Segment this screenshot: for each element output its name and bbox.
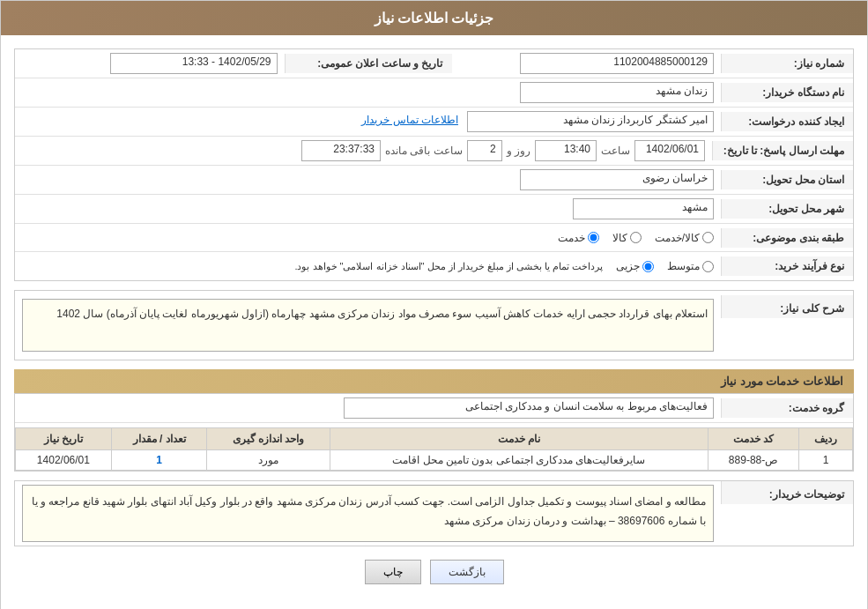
button-row: بازگشت چاپ bbox=[14, 560, 854, 584]
send-remaining-field: 23:37:33 bbox=[301, 140, 381, 161]
buyer-org-value: زندان مشهد bbox=[15, 78, 721, 107]
send-date-label: مهلت ارسال پاسخ: تا تاریخ: bbox=[712, 141, 853, 160]
process-row: متوسط جزیی پرداخت تمام یا بخشی از مبلغ خ… bbox=[15, 256, 721, 276]
send-remaining-label: ساعت باقی مانده bbox=[385, 145, 463, 157]
send-time-label: ساعت bbox=[601, 145, 630, 157]
cell-qty: 1 bbox=[111, 450, 207, 471]
service-group-field: فعالیت‌های مربوط به سلامت انسان و مددکار… bbox=[344, 397, 714, 419]
city-field: مشهد bbox=[573, 198, 714, 219]
back-button[interactable]: بازگشت bbox=[430, 560, 504, 584]
cell-name: سایرفعالیت‌های مددکاری اجتماعی بدون تامی… bbox=[330, 450, 708, 471]
page-title: جزئیات اطلاعات نیاز bbox=[375, 11, 494, 26]
cell-code: ص-88-889 bbox=[708, 450, 799, 471]
creator-label: ایجاد کننده درخواست: bbox=[721, 112, 853, 131]
announce-date-field: 1402/05/29 - 13:33 bbox=[110, 53, 278, 74]
radio-goods-label: کالا bbox=[612, 232, 627, 244]
description-label: شرح کلی نیاز: bbox=[721, 295, 853, 318]
category-radios: کالا/خدمت کالا خدمت bbox=[15, 228, 721, 248]
send-days-label: روز و bbox=[507, 145, 530, 157]
province-field: خراسان رضوی bbox=[520, 169, 714, 190]
radio-goods-item: کالا bbox=[612, 232, 642, 244]
services-table: ردیف کد خدمت نام خدمت واحد اندازه گیری ت… bbox=[15, 427, 853, 471]
service-info-title: اطلاعات خدمات مورد نیاز bbox=[14, 369, 854, 393]
order-number-value: 1102004885000129 bbox=[452, 49, 722, 78]
radio-service[interactable] bbox=[588, 232, 599, 243]
radio-goods-service-item: کالا/خدمت bbox=[655, 232, 714, 244]
radio-goods-service[interactable] bbox=[702, 232, 714, 243]
process-note: پرداخت تمام یا بخشی از مبلغ خریدار از مح… bbox=[294, 261, 603, 272]
print-button[interactable]: چاپ bbox=[365, 560, 421, 584]
page-header: جزئیات اطلاعات نیاز bbox=[1, 1, 867, 35]
cell-unit: مورد bbox=[207, 450, 330, 471]
radio-service-item: خدمت bbox=[558, 232, 599, 244]
radio-partial-item: جزیی bbox=[616, 260, 654, 272]
process-label: نوع فرآیند خرید: bbox=[721, 256, 853, 276]
col-date: تاریخ نیاز bbox=[16, 428, 112, 450]
service-group-value: فعالیت‌های مربوط به سلامت انسان و مددکار… bbox=[15, 394, 721, 422]
announce-date-label: تاریخ و ساعت اعلان عمومی: bbox=[285, 54, 452, 73]
buyer-org-field: زندان مشهد bbox=[520, 82, 714, 103]
city-label: شهر محل تحویل: bbox=[721, 199, 853, 219]
col-unit: واحد اندازه گیری bbox=[207, 428, 330, 450]
col-name: نام خدمت bbox=[330, 428, 708, 450]
description-text: استعلام بهای قرارداد حجمی ارایه خدمات کا… bbox=[56, 308, 708, 320]
creator-contact-link[interactable]: اطلاعات تماس خریدار bbox=[361, 114, 458, 126]
send-days-field: 2 bbox=[467, 140, 502, 161]
send-date-field: 1402/06/01 bbox=[634, 140, 705, 161]
radio-medium-label: متوسط bbox=[667, 260, 700, 272]
buyer-org-label: نام دستگاه خریدار: bbox=[721, 83, 853, 102]
radio-medium[interactable] bbox=[702, 261, 714, 272]
col-code: کد خدمت bbox=[708, 428, 799, 450]
order-number-label: شماره نیاز: bbox=[721, 54, 853, 73]
description-value: استعلام بهای قرارداد حجمی ارایه خدمات کا… bbox=[15, 295, 721, 355]
send-date-row: 1402/06/01 ساعت 13:40 روز و 2 ساعت باقی … bbox=[15, 137, 712, 165]
creator-field: امیر کشتگر کاربرداز زندان مشهد bbox=[467, 111, 714, 132]
announce-date-value: 1402/05/29 - 13:33 bbox=[15, 49, 285, 78]
radio-goods[interactable] bbox=[630, 232, 642, 243]
buyer-notes-text: مطالعه و امضای اسناد پیوست و تکمیل جداول… bbox=[32, 495, 706, 527]
col-qty: تعداد / مقدار bbox=[111, 428, 207, 450]
radio-goods-service-label: کالا/خدمت bbox=[655, 232, 700, 244]
cell-row: 1 bbox=[799, 450, 853, 471]
order-number-field: 1102004885000129 bbox=[520, 53, 714, 74]
send-time-field: 13:40 bbox=[535, 140, 597, 161]
province-label: استان محل تحویل: bbox=[721, 170, 853, 189]
description-box: استعلام بهای قرارداد حجمی ارایه خدمات کا… bbox=[22, 299, 714, 352]
buyer-notes-box: مطالعه و امضای اسناد پیوست و تکمیل جداول… bbox=[22, 485, 714, 542]
service-group-label: گروه خدمت: bbox=[721, 398, 853, 418]
radio-medium-item: متوسط bbox=[667, 260, 714, 272]
col-row: ردیف bbox=[799, 428, 853, 450]
cell-date: 1402/06/01 bbox=[16, 450, 112, 471]
table-row: 1 ص-88-889 سایرفعالیت‌های مددکاری اجتماع… bbox=[16, 450, 853, 471]
radio-partial[interactable] bbox=[642, 261, 654, 272]
city-value: مشهد bbox=[15, 195, 721, 223]
province-value: خراسان رضوی bbox=[15, 166, 721, 194]
radio-service-label: خدمت bbox=[558, 232, 585, 244]
creator-value: امیر کشتگر کاربرداز زندان مشهد اطلاعات ت… bbox=[15, 108, 721, 136]
buyer-notes-label: توضیحات خریدار: bbox=[721, 481, 853, 504]
radio-partial-label: جزیی bbox=[616, 260, 640, 272]
category-label: طبقه بندی موضوعی: bbox=[721, 228, 853, 248]
